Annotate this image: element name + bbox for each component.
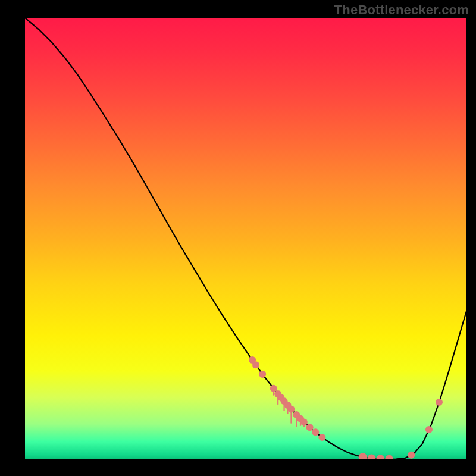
plot-svg (25, 18, 466, 459)
data-marker (306, 424, 314, 431)
data-marker (376, 455, 384, 459)
data-marker (436, 399, 443, 406)
watermark-text: TheBottlenecker.com (334, 2, 469, 18)
bottleneck-curve (25, 18, 466, 459)
data-marker (252, 361, 259, 368)
data-marker (312, 428, 319, 436)
data-marker (385, 455, 393, 459)
data-marker (259, 371, 266, 378)
data-marker (300, 419, 308, 426)
chart-frame: TheBottlenecker.com (0, 0, 476, 476)
data-marker (425, 426, 433, 433)
data-marker (408, 452, 415, 459)
data-marker (287, 406, 295, 413)
data-marker (318, 434, 325, 441)
markers-layer (249, 356, 443, 459)
data-marker (367, 454, 375, 459)
data-marker (359, 453, 367, 459)
plot-area (25, 18, 466, 459)
